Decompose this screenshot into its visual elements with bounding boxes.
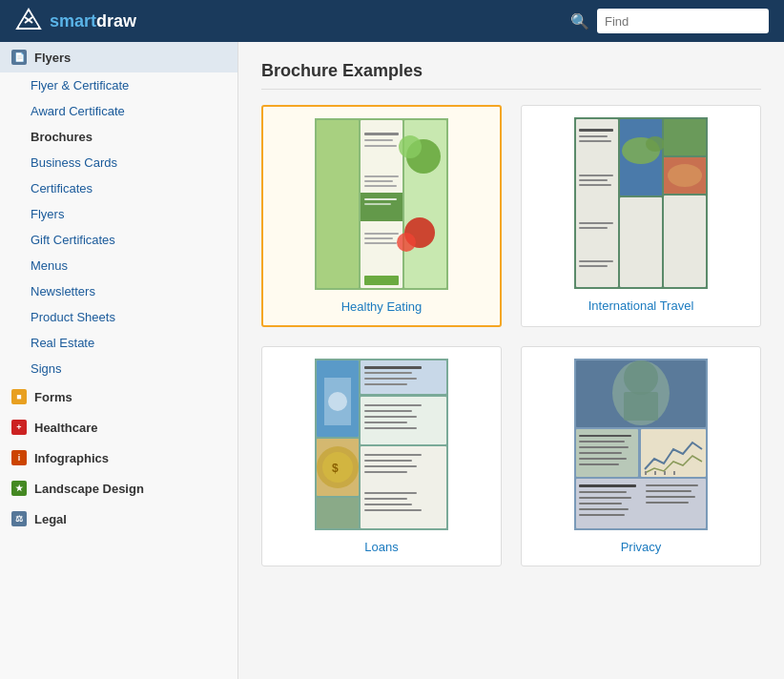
gallery-label-privacy: Privacy [621, 540, 662, 554]
svg-rect-90 [664, 471, 666, 475]
gallery-label-loans: Loans [364, 540, 398, 554]
svg-rect-19 [364, 198, 397, 200]
sidebar-category-landscape[interactable]: ★ Landscape Design [0, 473, 237, 504]
health-icon: + [11, 420, 27, 435]
svg-rect-95 [579, 497, 631, 499]
svg-point-49 [328, 392, 347, 411]
gallery-item-travel[interactable]: International Travel [521, 105, 761, 327]
svg-rect-52 [364, 372, 412, 374]
svg-rect-81 [579, 435, 631, 437]
logo[interactable]: smartdraw [15, 8, 136, 34]
sidebar-category-forms-label: Forms [34, 390, 72, 404]
svg-rect-53 [364, 378, 417, 380]
svg-rect-59 [361, 397, 446, 444]
svg-rect-99 [646, 484, 698, 486]
svg-rect-21 [364, 233, 399, 235]
svg-rect-66 [361, 446, 446, 528]
sidebar-item-business-cards[interactable]: Business Cards [0, 150, 237, 175]
legal-icon: ⚖ [11, 511, 27, 526]
svg-rect-60 [364, 404, 422, 406]
logo-icon [15, 8, 42, 34]
svg-rect-84 [579, 452, 622, 454]
svg-rect-42 [579, 222, 613, 224]
svg-rect-91 [673, 471, 675, 475]
sidebar-item-flyers-sub[interactable]: Flyers [0, 201, 237, 227]
gallery-item-privacy[interactable]: Privacy [521, 346, 761, 566]
svg-point-29 [646, 136, 665, 152]
svg-rect-97 [579, 508, 629, 510]
sidebar-item-menus[interactable]: Menus [0, 253, 237, 278]
search-icon[interactable]: 🔍 [570, 12, 589, 31]
svg-rect-33 [620, 197, 662, 287]
svg-rect-62 [364, 416, 417, 418]
info-icon: i [11, 450, 27, 465]
svg-rect-85 [579, 458, 627, 460]
svg-rect-20 [364, 203, 391, 205]
svg-rect-63 [364, 422, 407, 423]
svg-rect-88 [645, 471, 647, 475]
sidebar-category-infographics[interactable]: i Infographics [0, 442, 237, 473]
svg-rect-40 [579, 179, 608, 181]
svg-rect-89 [654, 471, 656, 475]
svg-rect-83 [579, 446, 629, 448]
sidebar: 📄 Flyers Flyer & Certificate Award Certi… [0, 42, 238, 679]
svg-rect-71 [364, 492, 417, 494]
sidebar-category-flyers-label: Flyers [34, 51, 71, 65]
svg-rect-36 [579, 129, 613, 132]
sidebar-category-flyers[interactable]: 📄 Flyers [0, 42, 237, 72]
svg-rect-65 [317, 498, 359, 528]
svg-rect-13 [364, 139, 393, 141]
sidebar-category-healthcare[interactable]: + Healthcare [0, 412, 237, 442]
gallery-label-travel: International Travel [588, 298, 694, 313]
svg-rect-51 [364, 366, 422, 369]
sidebar-item-brochures[interactable]: Brochures [0, 124, 237, 150]
sidebar-category-infographics-label: Infographics [34, 451, 109, 465]
sidebar-category-legal[interactable]: ⚖ Legal [0, 504, 237, 534]
svg-rect-101 [646, 496, 695, 498]
search-container: 🔍 [570, 9, 769, 33]
gallery-item-loans[interactable]: $ [261, 346, 502, 566]
svg-rect-17 [364, 185, 397, 187]
sidebar-category-legal-label: Legal [34, 512, 67, 526]
svg-point-35 [668, 164, 702, 187]
svg-rect-86 [579, 463, 619, 465]
svg-rect-14 [364, 145, 397, 147]
main-content: Brochure Examples [238, 42, 784, 679]
svg-rect-94 [579, 491, 627, 493]
svg-rect-54 [364, 383, 407, 385]
svg-rect-61 [364, 410, 412, 412]
svg-rect-70 [364, 471, 407, 473]
forms-icon: ■ [11, 389, 27, 404]
svg-rect-38 [579, 140, 611, 142]
gallery-thumbnail-healthy-eating [315, 118, 448, 290]
gallery-label-healthy-eating: Healthy Eating [341, 299, 423, 314]
sidebar-category-forms[interactable]: ■ Forms [0, 381, 237, 412]
sidebar-item-flyer-certificate[interactable]: Flyer & Certificate [0, 72, 237, 98]
sidebar-item-gift-certificates[interactable]: Gift Certificates [0, 227, 237, 253]
sidebar-item-real-estate[interactable]: Real Estate [0, 330, 237, 356]
gallery-thumbnail-travel [574, 117, 708, 289]
svg-rect-93 [579, 484, 636, 487]
sidebar-item-newsletters[interactable]: Newsletters [0, 278, 237, 304]
svg-rect-74 [364, 509, 422, 511]
search-input[interactable] [597, 9, 769, 33]
svg-rect-5 [317, 120, 359, 288]
sidebar-item-signs[interactable]: Signs [0, 356, 237, 381]
svg-rect-73 [364, 504, 412, 505]
sidebar-item-certificates[interactable]: Certificates [0, 175, 237, 201]
logo-brand: smartdraw [50, 11, 136, 31]
svg-rect-64 [364, 427, 417, 429]
svg-rect-102 [646, 502, 689, 504]
gallery-grid: Healthy Eating [261, 105, 761, 566]
landscape-icon: ★ [11, 481, 27, 496]
gallery-item-healthy-eating[interactable]: Healthy Eating [261, 105, 502, 327]
layout: 📄 Flyers Flyer & Certificate Award Certi… [0, 42, 784, 679]
sidebar-item-product-sheets[interactable]: Product Sheets [0, 304, 237, 330]
svg-rect-98 [579, 514, 625, 516]
svg-rect-18 [361, 193, 402, 221]
sidebar-item-award-certificate[interactable]: Award Certificate [0, 98, 237, 124]
svg-rect-22 [364, 237, 393, 239]
svg-rect-79 [624, 392, 658, 421]
page-title: Brochure Examples [261, 61, 761, 90]
svg-rect-68 [364, 460, 412, 462]
